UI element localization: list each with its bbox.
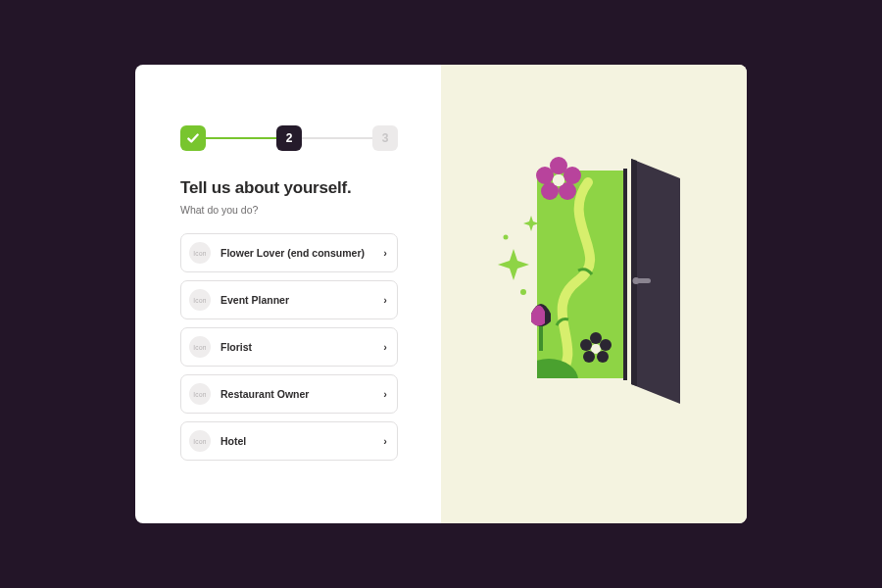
svg-point-11 [633,277,640,284]
svg-point-14 [564,167,581,184]
placeholder-icon: Icon [189,336,211,358]
role-option-list: Icon Flower Lover (end consumer) › Icon … [180,233,398,461]
svg-point-20 [504,235,509,240]
step-1-done [180,125,206,151]
step-connector-2 [302,137,372,139]
placeholder-icon: Icon [189,430,211,452]
svg-point-4 [600,339,612,351]
option-label: Hotel [220,435,383,447]
door-garden-illustration [441,65,747,523]
option-restaurant-owner[interactable]: Icon Restaurant Owner › [180,374,398,414]
step-2-label: 2 [286,131,293,145]
option-flower-lover[interactable]: Icon Flower Lover (end consumer) › [180,233,398,272]
svg-point-17 [536,167,554,184]
step-2-current: 2 [276,125,302,151]
onboarding-card: 2 3 Tell us about yourself. What do you … [135,65,747,523]
svg-rect-9 [623,169,627,380]
svg-point-18 [553,174,564,186]
chevron-right-icon: › [383,247,387,259]
option-label: Flower Lover (end consumer) [220,247,383,259]
option-hotel[interactable]: Icon Hotel › [180,421,398,461]
placeholder-icon: Icon [189,383,211,405]
step-3-future: 3 [372,125,398,151]
svg-point-19 [520,289,526,295]
svg-point-5 [597,351,609,363]
option-event-planner[interactable]: Icon Event Planner › [180,280,398,319]
page-heading: Tell us about yourself. [180,178,398,198]
chevron-right-icon: › [383,341,387,353]
form-panel: 2 3 Tell us about yourself. What do you … [135,65,441,523]
check-icon [186,131,200,145]
svg-point-6 [583,351,595,363]
page-subheading: What do you do? [180,204,398,216]
chevron-right-icon: › [383,435,387,447]
step-3-label: 3 [382,131,389,145]
option-label: Event Planner [220,294,383,306]
chevron-right-icon: › [383,388,387,400]
svg-point-8 [519,359,578,402]
option-florist[interactable]: Icon Florist › [180,327,398,367]
step-connector-1 [206,137,276,139]
placeholder-icon: Icon [189,289,211,311]
stepper: 2 3 [180,125,398,151]
illustration-panel [441,65,747,523]
placeholder-icon: Icon [189,242,211,264]
option-label: Restaurant Owner [220,388,383,400]
chevron-right-icon: › [383,294,387,306]
option-label: Florist [220,341,383,353]
svg-point-3 [590,332,602,344]
svg-point-7 [580,339,592,351]
